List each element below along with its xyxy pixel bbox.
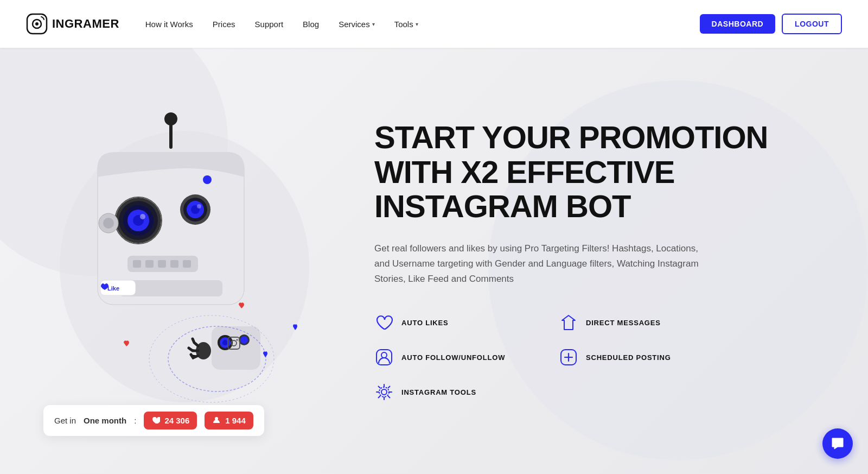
person-circle-icon xyxy=(374,347,394,367)
svg-rect-22 xyxy=(133,260,141,268)
direct-messages-label: DIRECT MESSAGES xyxy=(586,319,661,327)
svg-point-51 xyxy=(379,387,389,397)
instagram-tools-label: INSTAGRAM TOOLS xyxy=(401,388,476,396)
svg-point-18 xyxy=(197,204,201,208)
svg-point-28 xyxy=(203,175,212,184)
heart-icon xyxy=(151,416,160,425)
chat-icon xyxy=(831,437,845,451)
svg-point-50 xyxy=(381,389,387,395)
nav-support[interactable]: Support xyxy=(255,20,284,29)
feature-auto-follow: AUTO FOLLOW/UNFOLLOW xyxy=(374,347,526,367)
feature-instagram-tools: INSTAGRAM TOOLS xyxy=(374,382,526,402)
person-icon xyxy=(212,416,221,425)
nav-tools[interactable]: Tools ▾ xyxy=(394,20,418,29)
svg-rect-26 xyxy=(183,260,191,268)
svg-rect-25 xyxy=(170,260,178,268)
svg-point-42 xyxy=(237,339,238,340)
hero-section: Like xyxy=(0,48,868,474)
svg-rect-24 xyxy=(158,260,166,268)
svg-point-12 xyxy=(140,214,145,219)
chevron-down-icon: ▾ xyxy=(416,21,418,27)
stat-likes: 24 306 xyxy=(144,412,197,429)
arrow-down-icon xyxy=(559,313,578,332)
plus-box-icon xyxy=(559,347,578,367)
svg-text:Like: Like xyxy=(107,285,119,292)
auto-likes-label: AUTO LIKES xyxy=(401,319,449,327)
robot-illustration: Like xyxy=(16,66,353,457)
dashboard-button[interactable]: DASHBOARD xyxy=(700,14,776,34)
feature-direct-messages: DIRECT MESSAGES xyxy=(559,313,711,332)
auto-follow-label: AUTO FOLLOW/UNFOLLOW xyxy=(401,353,505,362)
logo[interactable]: INGRAMER xyxy=(26,13,119,35)
svg-rect-23 xyxy=(145,260,154,268)
feature-auto-likes: AUTO LIKES xyxy=(374,313,526,332)
stat-bar: Get in One month : 24 306 1 944 xyxy=(43,405,264,436)
nav-services[interactable]: Services ▾ xyxy=(339,20,375,29)
features-grid: AUTO LIKES DIRECT MESSAGES AUTO FOLLOW/U… xyxy=(374,313,711,402)
robot-svg: Like xyxy=(43,93,326,429)
hero-content: START YOUR PROMOTION WITH X2 EFFECTIVE I… xyxy=(353,87,868,435)
svg-rect-31 xyxy=(212,326,260,370)
nav-how-it-works[interactable]: How it Works xyxy=(145,20,193,29)
scheduled-posting-label: SCHEDULED POSTING xyxy=(586,353,671,362)
brand-name: INGRAMER xyxy=(52,17,119,31)
hero-title: START YOUR PROMOTION WITH X2 EFFECTIVE I… xyxy=(374,120,825,224)
svg-point-34 xyxy=(222,340,228,345)
heart-outline-icon xyxy=(374,313,394,332)
gear-settings-icon xyxy=(374,382,394,402)
stat-colon: : xyxy=(134,416,136,425)
nav-blog[interactable]: Blog xyxy=(303,20,319,29)
svg-point-2 xyxy=(35,22,39,26)
svg-point-36 xyxy=(240,336,248,344)
svg-point-20 xyxy=(103,218,114,229)
stat-followers: 1 944 xyxy=(205,412,253,429)
svg-point-5 xyxy=(164,112,177,125)
chevron-down-icon: ▾ xyxy=(372,21,375,27)
hero-description: Get real followers and likes by using Pr… xyxy=(374,241,711,287)
nav-actions: DASHBOARD LOGOUT xyxy=(700,14,842,34)
feature-scheduled-posting: SCHEDULED POSTING xyxy=(559,347,711,367)
chat-bubble-button[interactable] xyxy=(822,428,853,459)
stat-month: One month xyxy=(84,416,126,425)
navbar: INGRAMER How it Works Prices Support Blo… xyxy=(0,0,868,48)
logout-button[interactable]: LOGOUT xyxy=(782,14,842,34)
logo-icon xyxy=(26,13,48,35)
svg-point-46 xyxy=(381,352,387,358)
svg-marker-44 xyxy=(562,315,575,330)
nav-prices[interactable]: Prices xyxy=(213,20,235,29)
nav-links: How it Works Prices Support Blog Service… xyxy=(145,20,700,29)
stat-prefix: Get in xyxy=(54,416,76,425)
